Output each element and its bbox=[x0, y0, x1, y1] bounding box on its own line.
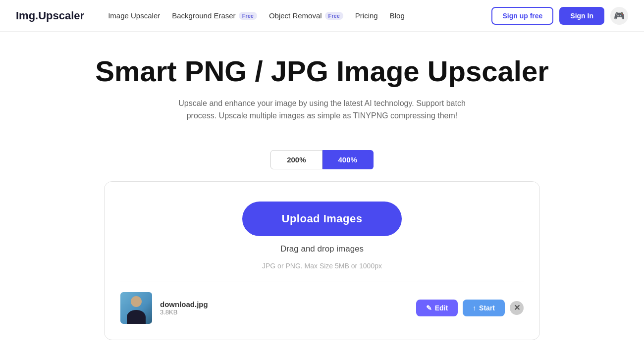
start-button[interactable]: ↑ Start bbox=[463, 300, 505, 316]
background-eraser-badge: Free bbox=[239, 12, 257, 20]
site-logo[interactable]: Img.Upscaler bbox=[16, 9, 84, 22]
user-icon-button[interactable]: 🎮 bbox=[610, 7, 628, 25]
edit-icon: ✎ bbox=[426, 304, 432, 312]
hero-title: Smart PNG / JPG Image Upscaler bbox=[10, 55, 634, 87]
hero-subtitle: Upscale and enhance your image by using … bbox=[163, 97, 481, 122]
nav-background-eraser[interactable]: Background Eraser Free bbox=[172, 11, 257, 20]
scale-200-button[interactable]: 200% bbox=[270, 150, 322, 169]
nav-links: Image Upscaler Background Eraser Free Ob… bbox=[108, 11, 476, 20]
object-removal-badge: Free bbox=[325, 12, 343, 20]
file-name: download.jpg bbox=[160, 300, 408, 308]
scale-selector: 200% 400% bbox=[0, 150, 644, 169]
user-icon: 🎮 bbox=[614, 10, 625, 21]
file-hint-label: JPG or PNG. Max Size 5MB or 1000px bbox=[262, 262, 382, 270]
nav-pricing[interactable]: Pricing bbox=[355, 11, 378, 20]
nav-object-removal[interactable]: Object Removal Free bbox=[269, 11, 343, 20]
upload-button[interactable]: Upload Images bbox=[242, 202, 402, 236]
table-row: download.jpg 3.8KB ✎ Edit ↑ Start ✕ bbox=[120, 292, 524, 324]
file-thumbnail bbox=[120, 292, 152, 324]
file-list: download.jpg 3.8KB ✎ Edit ↑ Start ✕ bbox=[120, 282, 524, 324]
signup-button[interactable]: Sign up free bbox=[491, 7, 553, 25]
upload-area: Upload Images Drag and drop images JPG o… bbox=[120, 202, 524, 282]
remove-file-button[interactable]: ✕ bbox=[510, 301, 524, 315]
file-info: download.jpg 3.8KB bbox=[160, 300, 408, 316]
scale-400-button[interactable]: 400% bbox=[322, 150, 374, 169]
drag-drop-label: Drag and drop images bbox=[280, 244, 364, 254]
hero-section: Smart PNG / JPG Image Upscaler Upscale a… bbox=[0, 32, 644, 150]
nav-blog[interactable]: Blog bbox=[390, 11, 405, 20]
upload-start-icon: ↑ bbox=[473, 304, 476, 312]
file-size: 3.8KB bbox=[160, 308, 408, 316]
nav-image-upscaler[interactable]: Image Upscaler bbox=[108, 11, 160, 20]
edit-button[interactable]: ✎ Edit bbox=[416, 300, 458, 316]
navbar: Img.Upscaler Image Upscaler Background E… bbox=[0, 0, 644, 32]
file-actions: ✎ Edit ↑ Start ✕ bbox=[416, 300, 524, 316]
nav-actions: Sign up free Sign In 🎮 bbox=[491, 7, 628, 25]
signin-button[interactable]: Sign In bbox=[559, 7, 604, 25]
upload-container: Upload Images Drag and drop images JPG o… bbox=[104, 181, 540, 340]
